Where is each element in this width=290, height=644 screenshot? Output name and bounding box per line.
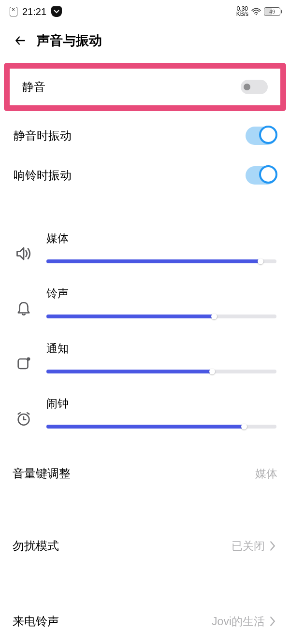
notification-icon <box>14 354 34 374</box>
bell-icon <box>14 299 34 319</box>
status-right: 0.30 KB/s 49 <box>236 6 280 17</box>
incoming-label: 来电铃声 <box>13 614 59 629</box>
status-left: 21:21 <box>10 6 62 17</box>
media-slider[interactable] <box>46 259 276 263</box>
media-slider-row: 媒体 <box>0 224 290 279</box>
alarm-slider[interactable] <box>46 425 276 429</box>
status-bar: 21:21 0.30 KB/s 49 <box>0 0 290 23</box>
dnd-label: 勿扰模式 <box>13 538 59 554</box>
chevron-right-icon <box>268 541 277 551</box>
volume-sliders: 媒体 铃声 通知 <box>0 219 290 454</box>
silent-toggle[interactable] <box>241 80 268 94</box>
vibrate-silent-label: 静音时振动 <box>14 128 72 143</box>
silent-label: 静音 <box>22 79 45 95</box>
highlight-annotation: 静音 <box>4 63 286 111</box>
chevron-right-icon <box>268 616 277 626</box>
pocket-icon <box>51 6 62 17</box>
vibrate-silent-row[interactable]: 静音时振动 <box>0 116 290 156</box>
silent-row[interactable]: 静音 <box>10 69 280 105</box>
dnd-row[interactable]: 勿扰模式 已关闭 <box>0 530 290 562</box>
status-time: 21:21 <box>22 6 46 17</box>
notification-slider-row: 通知 <box>0 334 290 389</box>
svg-point-2 <box>27 358 30 361</box>
vibrate-silent-toggle[interactable] <box>246 127 276 145</box>
vibrate-ring-toggle[interactable] <box>246 166 276 185</box>
volume-key-row[interactable]: 音量键调整 媒体 <box>0 457 290 490</box>
svg-rect-1 <box>18 359 28 369</box>
media-label: 媒体 <box>46 231 276 246</box>
incoming-ringtone-row[interactable]: 来电铃声 Jovi的生活 <box>0 605 290 638</box>
vibrate-ring-label: 响铃时振动 <box>14 168 72 183</box>
volume-key-label: 音量键调整 <box>13 466 71 481</box>
ringtone-slider[interactable] <box>46 315 276 318</box>
wifi-icon <box>251 8 261 15</box>
ringtone-slider-row: 铃声 <box>0 279 290 334</box>
volume-key-value: 媒体 <box>255 466 277 481</box>
back-button[interactable] <box>14 34 27 47</box>
page-header: 声音与振动 <box>0 23 290 63</box>
network-speed: 0.30 KB/s <box>236 6 248 17</box>
page-title: 声音与振动 <box>37 32 102 49</box>
sim-icon <box>10 7 17 16</box>
alarm-slider-row: 闹钟 <box>0 389 290 444</box>
notification-slider[interactable] <box>46 370 276 373</box>
vibration-toggles: 静音时振动 响铃时振动 <box>0 116 290 219</box>
incoming-value: Jovi的生活 <box>212 614 265 629</box>
dnd-value: 已关闭 <box>232 539 265 554</box>
alarm-icon <box>14 409 34 429</box>
svg-point-0 <box>256 14 257 14</box>
vibrate-ring-row[interactable]: 响铃时振动 <box>0 156 290 195</box>
alarm-label: 闹钟 <box>46 396 276 411</box>
speaker-icon <box>14 243 34 264</box>
notification-label: 通知 <box>46 341 276 356</box>
battery-icon: 49 <box>264 7 280 16</box>
ringtone-label: 铃声 <box>46 286 276 301</box>
